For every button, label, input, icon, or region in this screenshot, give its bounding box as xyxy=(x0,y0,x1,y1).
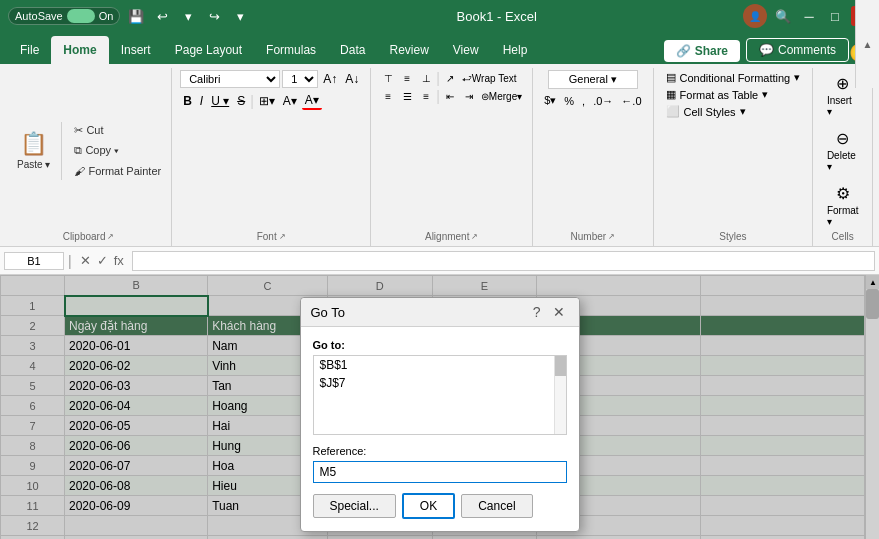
editing-group: Σ AutoSum ▾ ⬇ Fill ▾ 🗑 Clear ▾ Editing xyxy=(873,68,879,246)
number-expand[interactable]: ↗ xyxy=(608,232,615,241)
right-align-button[interactable]: ≡ xyxy=(417,88,435,104)
cancel-button[interactable]: Cancel xyxy=(461,494,532,518)
collapse-ribbon-icon: ▲ xyxy=(863,39,873,50)
tab-help[interactable]: Help xyxy=(491,36,540,64)
format-cells-button[interactable]: ⚙ Format ▾ xyxy=(819,180,867,231)
conditional-formatting-button[interactable]: ▤ Conditional Formatting ▾ xyxy=(662,70,805,85)
bot-align-button[interactable]: ⊥ xyxy=(417,70,435,86)
formula-input[interactable] xyxy=(132,251,875,271)
alignment-label: Alignment ↗ xyxy=(425,231,478,244)
tab-formulas[interactable]: Formulas xyxy=(254,36,328,64)
dialog-title-bar: Go To ? ✕ xyxy=(301,298,579,327)
autosave-switch[interactable] xyxy=(67,9,95,23)
ok-button[interactable]: OK xyxy=(402,493,455,519)
increase-decimal-button[interactable]: .0→ xyxy=(590,93,616,108)
cut-button[interactable]: ✂ Cut xyxy=(70,122,107,140)
reference-input[interactable] xyxy=(313,461,567,483)
wrap-text-button[interactable]: ⮐Wrap Text xyxy=(460,70,519,86)
dialog-help-button[interactable]: ? xyxy=(529,304,545,320)
cell-styles-button[interactable]: ⬜ Cell Styles ▾ xyxy=(662,104,750,119)
insert-function-icon[interactable]: fx xyxy=(114,253,124,268)
comments-label: Comments xyxy=(778,43,836,57)
italic-button[interactable]: I xyxy=(197,93,206,109)
clipboard-expand[interactable]: ↗ xyxy=(107,232,114,241)
paste-button[interactable]: 📋 Paste ▾ xyxy=(12,122,55,180)
cancel-formula-icon[interactable]: ✕ xyxy=(80,253,91,268)
search-button[interactable]: 🔍 xyxy=(773,6,793,26)
orient-button[interactable]: ↗ xyxy=(441,70,459,86)
cell-reference-box[interactable]: B1 xyxy=(4,252,64,270)
font-name-select[interactable]: Calibri xyxy=(180,70,280,88)
autosave-toggle[interactable]: AutoSave On xyxy=(8,7,120,25)
autosum-button[interactable]: Σ AutoSum ▾ xyxy=(874,82,879,132)
delete-cells-button[interactable]: ⊖ Delete ▾ xyxy=(819,125,867,176)
confirm-formula-icon[interactable]: ✓ xyxy=(97,253,108,268)
goto-item-1[interactable]: $B$1 xyxy=(314,356,566,374)
fill-color-button[interactable]: A▾ xyxy=(280,93,300,109)
dialog-scrollbar[interactable] xyxy=(554,356,566,434)
tab-view[interactable]: View xyxy=(441,36,491,64)
merge-center-button[interactable]: ⊜Merge▾ xyxy=(479,88,524,104)
clipboard-label: Clipboard ↗ xyxy=(63,231,115,244)
conditional-formatting-icon: ▤ xyxy=(666,71,676,84)
format-as-table-button[interactable]: ▦ Format as Table ▾ xyxy=(662,87,773,102)
top-align-button[interactable]: ⊤ xyxy=(379,70,397,86)
decrease-decimal-button[interactable]: ←.0 xyxy=(618,93,644,108)
border-button[interactable]: ⊞▾ xyxy=(256,93,278,109)
share-label: Share xyxy=(695,44,728,58)
autosave-state: On xyxy=(99,10,114,22)
left-align-button[interactable]: ≡ xyxy=(379,88,397,104)
alignment-content: ⊤ ≡ ⊥ | ↗ ⮐Wrap Text ≡ ☰ ≡ | ⇤ ⇥ ⊜Merge▾ xyxy=(379,70,524,231)
special-button[interactable]: Special... xyxy=(313,494,396,518)
styles-group: ▤ Conditional Formatting ▾ ▦ Format as T… xyxy=(654,68,814,246)
underline-button[interactable]: U ▾ xyxy=(208,93,232,109)
goto-item-2[interactable]: $J$7 xyxy=(314,374,566,392)
dialog-scroll-thumb[interactable] xyxy=(555,356,566,376)
customize-qat[interactable]: ▾ xyxy=(230,6,250,26)
goto-list[interactable]: $B$1 $J$7 xyxy=(313,355,567,435)
tab-review[interactable]: Review xyxy=(377,36,440,64)
goto-dialog: Go To ? ✕ Go to: $B$1 $J$7 Re xyxy=(300,297,580,532)
font-color-button[interactable]: A▾ xyxy=(302,92,322,110)
percent-button[interactable]: % xyxy=(561,93,577,108)
save-button[interactable]: 💾 xyxy=(126,6,146,26)
tab-page-layout[interactable]: Page Layout xyxy=(163,36,254,64)
copy-button[interactable]: ⧉ Copy ▾ xyxy=(70,142,123,160)
format-as-table-icon: ▦ xyxy=(666,88,676,101)
title-bar: AutoSave On 💾 ↩ ▾ ↪ ▾ Book1 - Excel 👤 🔍 … xyxy=(0,0,879,32)
tab-insert[interactable]: Insert xyxy=(109,36,163,64)
goto-list-label: Go to: xyxy=(313,339,567,351)
font-content: Calibri 11 A↑ A↓ B I U ▾ S | ⊞▾ A▾ A▾ xyxy=(180,70,362,231)
undo-dropdown[interactable]: ▾ xyxy=(178,6,198,26)
font-expand[interactable]: ↗ xyxy=(279,232,286,241)
accounting-button[interactable]: $▾ xyxy=(541,93,559,108)
comma-button[interactable]: , xyxy=(579,93,588,108)
format-painter-button[interactable]: 🖌 Format Painter xyxy=(70,162,165,180)
strikethrough-button[interactable]: S xyxy=(234,93,248,109)
undo-button[interactable]: ↩ xyxy=(152,6,172,26)
tab-home[interactable]: Home xyxy=(51,36,108,64)
restore-button[interactable]: □ xyxy=(825,6,845,26)
alignment-group: ⊤ ≡ ⊥ | ↗ ⮐Wrap Text ≡ ☰ ≡ | ⇤ ⇥ ⊜Merge▾… xyxy=(371,68,533,246)
decrease-indent-button[interactable]: ⇤ xyxy=(441,88,459,104)
cells-label: Cells xyxy=(832,231,854,244)
number-format-select[interactable]: General ▾ xyxy=(548,70,638,89)
mid-align-button[interactable]: ≡ xyxy=(398,70,416,86)
dialog-close-button[interactable]: ✕ xyxy=(549,304,569,320)
comments-button[interactable]: 💬 Comments xyxy=(746,38,849,62)
font-size-select[interactable]: 11 xyxy=(282,70,318,88)
bold-button[interactable]: B xyxy=(180,93,195,109)
collapse-ribbon-button[interactable]: ▲ xyxy=(855,0,879,88)
decrease-font-button[interactable]: A↓ xyxy=(342,71,362,87)
increase-font-button[interactable]: A↑ xyxy=(320,71,340,87)
increase-indent-button[interactable]: ⇥ xyxy=(460,88,478,104)
tab-file[interactable]: File xyxy=(8,36,51,64)
clipboard-content: 📋 Paste ▾ ✂ Cut ⧉ Copy ▾ 🖌 Format Painte… xyxy=(12,70,165,231)
minimize-button[interactable]: ─ xyxy=(799,6,819,26)
center-align-button[interactable]: ☰ xyxy=(398,88,416,104)
user-avatar[interactable]: 👤 xyxy=(743,4,767,28)
share-button[interactable]: 🔗 Share xyxy=(664,40,740,62)
alignment-expand[interactable]: ↗ xyxy=(471,232,478,241)
redo-button[interactable]: ↪ xyxy=(204,6,224,26)
tab-data[interactable]: Data xyxy=(328,36,377,64)
